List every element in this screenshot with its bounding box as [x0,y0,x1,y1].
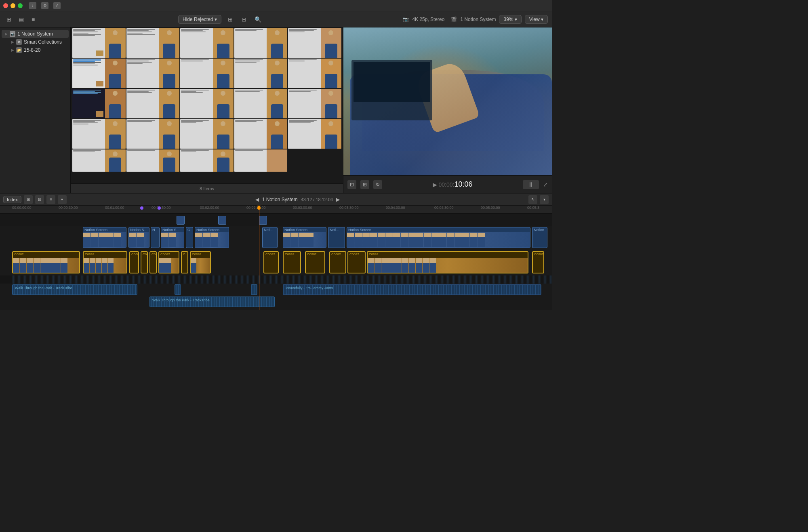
timeline-view-btn1[interactable]: ⊞ [24,195,33,204]
browser-thumb-8[interactable] [180,59,234,88]
sidebar-item-smart-collections[interactable]: ▶ ⚙ Smart Collections [2,38,69,46]
import-icon[interactable]: ↓ [29,2,36,9]
audio-clip-peacefully[interactable]: Peacefully - E's Jammy Jams [283,284,541,295]
clip-notion-screen-5[interactable]: Notion Screen [347,227,530,248]
cam-clip-last[interactable]: C0082 [532,251,544,273]
timeline-nav-right[interactable]: ▶ [336,197,340,202]
clip-label-9: Noti... [330,228,339,232]
upper-clip-2[interactable] [218,216,226,225]
audio-clip-c2[interactable] [251,284,257,295]
tool-select-btn[interactable]: ↖ [528,195,537,204]
cam-clip-3[interactable]: C0082 [129,251,139,273]
zoom-button[interactable]: 39% ▾ [499,15,521,24]
timeline-view-btn2[interactable]: ⊟ [35,195,44,204]
browser-thumb-17[interactable] [126,119,180,149]
clip-noti-2[interactable]: Noti... [328,227,345,248]
browser-thumb-22[interactable] [126,149,180,172]
audio-clip-c1[interactable] [175,284,181,295]
clip-c1[interactable]: C [186,227,193,248]
browser-thumb-1[interactable] [72,28,126,58]
clip-notion-screen-4[interactable]: Notion Screen [283,227,326,248]
connected-clips-area [0,214,552,226]
index-button[interactable]: Index [3,196,21,203]
browser-thumb-23[interactable] [180,149,234,172]
browser-row-2 [72,59,342,88]
clip-n[interactable]: N [151,227,160,248]
maximize-button[interactable] [18,3,23,8]
browser-thumb-7[interactable] [126,59,180,88]
clip-notion-s[interactable]: Notion S... [161,227,184,248]
library-icon[interactable]: ⚙ [41,2,48,9]
close-button[interactable] [3,3,8,8]
cam-clip-2[interactable]: C0082 [83,251,127,273]
timeline-view-btn4[interactable]: ▾ [58,195,67,204]
browser-thumb-2[interactable] [126,28,180,58]
browser-thumb-4[interactable] [234,28,288,58]
hide-rejected-button[interactable]: Hide Rejected ▾ [178,15,221,24]
clip-notion-screen-3[interactable]: Notion Screen [195,227,229,248]
browser-thumb-13[interactable] [180,89,234,118]
browser-thumb-6[interactable] [72,59,126,88]
browser-thumb-24[interactable] [234,149,288,172]
browser-thumb-19[interactable] [234,119,288,149]
cam-clip-7[interactable]: C... [181,251,188,273]
preview-video [343,27,552,175]
fullscreen-button[interactable]: ⤢ [543,181,548,188]
browser-thumb-11[interactable] [72,89,126,118]
browser-thumb-14[interactable] [234,89,288,118]
browser-thumb-16[interactable] [72,119,126,149]
list-view-icon[interactable]: ≡ [28,15,38,24]
library-view-icon[interactable]: ⊞ [4,15,14,24]
browser-thumb-9[interactable] [234,59,288,88]
browser-thumb-21[interactable] [72,149,126,172]
minimize-button[interactable] [11,3,15,8]
clip-notion-screen-1[interactable]: Notion Screen [83,227,126,248]
cam-clip-8[interactable]: C0082 [190,251,211,273]
camera-icon: 📷 [403,17,409,22]
browser-thumb-10[interactable] [288,59,341,88]
timeline-nav-left[interactable]: ◀ [255,197,259,202]
filmstrip-view-icon[interactable]: ▤ [16,15,26,24]
audio-clip-walk-1[interactable]: Walk Through the Park - TrackTribe [12,284,137,295]
play-indicator: ▶ [433,181,439,188]
cam-clip-selected[interactable]: C0082 [12,251,80,273]
audio-clip-walk-2[interactable]: Walk Through the Park - TrackTribe [149,296,275,307]
marker-3 [140,206,143,210]
speed-icon[interactable]: ↻ [373,180,382,189]
sidebar-item-15-8-20[interactable]: ▶ 📁 15-8-20 [2,46,69,54]
browser-thumb-5[interactable] [288,28,341,58]
timeline-view-btn3[interactable]: ≡ [46,195,55,204]
browser-thumb-12[interactable] [126,89,180,118]
upper-clip-3[interactable] [259,216,267,225]
ruler-mark-5: 00:02:30:00 [246,206,266,210]
browser-thumb-18[interactable] [180,119,234,149]
clip-notion[interactable]: Notion [532,227,547,248]
cam-clip-11[interactable]: C0082 [305,251,325,273]
cam-clip-5[interactable]: C0... [149,251,157,273]
browser-thumb-3[interactable] [180,28,234,58]
cam-clip-4[interactable]: C00... [141,251,148,273]
upper-clip-1[interactable] [177,216,185,225]
grid-icon[interactable]: ⊞ [225,15,235,24]
cam-clip-long[interactable]: C0082 [367,251,528,273]
sidebar-item-notion-system[interactable]: ▶ 📷 1 Notion System [2,30,69,38]
check-icon[interactable]: ✓ [53,2,61,9]
browser-row-top [72,28,342,58]
search-icon[interactable]: 🔍 [253,15,263,24]
view-button[interactable]: View ▾ [525,15,548,24]
filter-icon[interactable]: ⊟ [239,15,249,24]
playback-controls[interactable] [523,180,539,189]
tool-blade-btn[interactable]: ▾ [540,195,549,204]
cam-clip-10[interactable]: C0082 [283,251,301,273]
clip-notion-screen-2[interactable]: Notion Screen [128,227,149,248]
view-label: View [529,17,540,22]
transform-icon[interactable]: ⊞ [360,180,369,189]
crop-icon[interactable]: ⊡ [347,180,356,189]
browser-thumb-15[interactable] [288,89,341,118]
browser-thumb-20[interactable] [288,119,341,149]
cam-clip-9[interactable]: C0082 [263,251,279,273]
cam-clip-13[interactable]: C0082 [347,251,366,273]
cam-clip-12[interactable]: C0082 [329,251,346,273]
clip-noti-1[interactable]: Noti... [262,227,278,248]
cam-clip-6[interactable]: C0082 [158,251,179,273]
